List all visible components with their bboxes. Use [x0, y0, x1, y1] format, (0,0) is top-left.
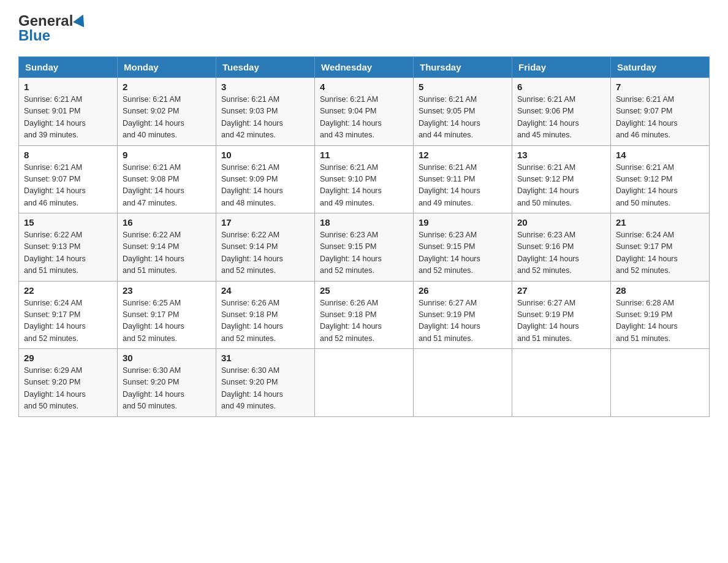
calendar-week-row: 29 Sunrise: 6:29 AMSunset: 9:20 PMDaylig… [19, 349, 710, 417]
calendar-cell: 31 Sunrise: 6:30 AMSunset: 9:20 PMDaylig… [216, 349, 315, 417]
calendar-cell: 21 Sunrise: 6:24 AMSunset: 9:17 PMDaylig… [611, 213, 710, 282]
day-info: Sunrise: 6:24 AMSunset: 9:17 PMDaylight:… [616, 231, 678, 275]
day-info: Sunrise: 6:26 AMSunset: 9:18 PMDaylight:… [320, 299, 382, 343]
calendar-cell: 28 Sunrise: 6:28 AMSunset: 9:19 PMDaylig… [611, 281, 710, 349]
day-info: Sunrise: 6:21 AMSunset: 9:08 PMDaylight:… [123, 163, 184, 207]
day-info: Sunrise: 6:21 AMSunset: 9:12 PMDaylight:… [616, 163, 678, 207]
calendar-cell: 11 Sunrise: 6:21 AMSunset: 9:10 PMDaylig… [315, 145, 414, 213]
day-info: Sunrise: 6:22 AMSunset: 9:14 PMDaylight:… [221, 231, 283, 275]
day-number: 12 [419, 150, 507, 160]
day-info: Sunrise: 6:23 AMSunset: 9:15 PMDaylight:… [419, 231, 480, 275]
calendar-cell: 1 Sunrise: 6:21 AMSunset: 9:01 PMDayligh… [19, 78, 118, 146]
logo-blue-text: Blue [18, 27, 50, 44]
weekday-header-thursday: Thursday [414, 57, 512, 78]
calendar-cell: 10 Sunrise: 6:21 AMSunset: 9:09 PMDaylig… [216, 145, 315, 213]
calendar-cell: 7 Sunrise: 6:21 AMSunset: 9:07 PMDayligh… [611, 78, 710, 146]
calendar-week-row: 22 Sunrise: 6:24 AMSunset: 9:17 PMDaylig… [19, 281, 710, 349]
day-number: 13 [517, 150, 605, 160]
day-number: 29 [24, 353, 112, 363]
weekday-header-saturday: Saturday [611, 57, 710, 78]
calendar-week-row: 15 Sunrise: 6:22 AMSunset: 9:13 PMDaylig… [19, 213, 710, 282]
day-info: Sunrise: 6:24 AMSunset: 9:17 PMDaylight:… [24, 299, 86, 343]
calendar-table: SundayMondayTuesdayWednesdayThursdayFrid… [18, 56, 710, 417]
calendar-cell: 16 Sunrise: 6:22 AMSunset: 9:14 PMDaylig… [118, 213, 216, 282]
calendar-cell: 15 Sunrise: 6:22 AMSunset: 9:13 PMDaylig… [19, 213, 118, 282]
calendar-cell: 9 Sunrise: 6:21 AMSunset: 9:08 PMDayligh… [118, 145, 216, 213]
day-number: 25 [320, 285, 408, 296]
day-info: Sunrise: 6:21 AMSunset: 9:12 PMDaylight:… [517, 163, 579, 207]
day-number: 20 [517, 217, 605, 228]
weekday-header-monday: Monday [118, 57, 216, 78]
day-number: 28 [616, 285, 704, 296]
calendar-cell: 5 Sunrise: 6:21 AMSunset: 9:05 PMDayligh… [414, 78, 512, 146]
day-info: Sunrise: 6:21 AMSunset: 9:07 PMDaylight:… [616, 95, 678, 139]
day-number: 5 [419, 82, 507, 92]
calendar-cell: 30 Sunrise: 6:30 AMSunset: 9:20 PMDaylig… [118, 349, 216, 417]
calendar-cell [315, 349, 414, 417]
day-number: 6 [517, 82, 605, 92]
calendar-cell [414, 349, 512, 417]
day-number: 24 [221, 285, 309, 296]
day-info: Sunrise: 6:26 AMSunset: 9:18 PMDaylight:… [221, 299, 283, 343]
calendar-cell: 6 Sunrise: 6:21 AMSunset: 9:06 PMDayligh… [512, 78, 611, 146]
day-number: 1 [24, 82, 112, 92]
calendar-cell: 18 Sunrise: 6:23 AMSunset: 9:15 PMDaylig… [315, 213, 414, 282]
day-info: Sunrise: 6:21 AMSunset: 9:04 PMDaylight:… [320, 95, 382, 139]
weekday-header-sunday: Sunday [19, 57, 118, 78]
calendar-cell: 23 Sunrise: 6:25 AMSunset: 9:17 PMDaylig… [118, 281, 216, 349]
day-number: 10 [221, 150, 309, 160]
calendar-cell: 14 Sunrise: 6:21 AMSunset: 9:12 PMDaylig… [611, 145, 710, 213]
calendar-cell: 8 Sunrise: 6:21 AMSunset: 9:07 PMDayligh… [19, 145, 118, 213]
calendar-cell: 17 Sunrise: 6:22 AMSunset: 9:14 PMDaylig… [216, 213, 315, 282]
page-header: General Blue [18, 12, 710, 44]
day-info: Sunrise: 6:23 AMSunset: 9:15 PMDaylight:… [320, 231, 382, 275]
day-number: 26 [419, 285, 507, 296]
calendar-cell: 20 Sunrise: 6:23 AMSunset: 9:16 PMDaylig… [512, 213, 611, 282]
calendar-cell: 13 Sunrise: 6:21 AMSunset: 9:12 PMDaylig… [512, 145, 611, 213]
calendar-cell: 12 Sunrise: 6:21 AMSunset: 9:11 PMDaylig… [414, 145, 512, 213]
day-number: 18 [320, 217, 408, 228]
day-info: Sunrise: 6:21 AMSunset: 9:09 PMDaylight:… [221, 163, 283, 207]
weekday-header-wednesday: Wednesday [315, 57, 414, 78]
day-info: Sunrise: 6:28 AMSunset: 9:19 PMDaylight:… [616, 299, 678, 343]
day-number: 4 [320, 82, 408, 92]
day-info: Sunrise: 6:21 AMSunset: 9:01 PMDaylight:… [24, 95, 86, 139]
day-number: 30 [123, 353, 211, 363]
day-info: Sunrise: 6:21 AMSunset: 9:05 PMDaylight:… [419, 95, 480, 139]
day-number: 23 [123, 285, 211, 296]
day-info: Sunrise: 6:22 AMSunset: 9:13 PMDaylight:… [24, 231, 86, 275]
calendar-cell: 27 Sunrise: 6:27 AMSunset: 9:19 PMDaylig… [512, 281, 611, 349]
calendar-cell [611, 349, 710, 417]
day-number: 8 [24, 150, 112, 160]
calendar-header-row: SundayMondayTuesdayWednesdayThursdayFrid… [19, 57, 710, 78]
calendar-cell: 22 Sunrise: 6:24 AMSunset: 9:17 PMDaylig… [19, 281, 118, 349]
calendar-cell: 3 Sunrise: 6:21 AMSunset: 9:03 PMDayligh… [216, 78, 315, 146]
day-number: 7 [616, 82, 704, 92]
calendar-cell: 25 Sunrise: 6:26 AMSunset: 9:18 PMDaylig… [315, 281, 414, 349]
day-number: 27 [517, 285, 605, 296]
day-info: Sunrise: 6:30 AMSunset: 9:20 PMDaylight:… [123, 366, 184, 410]
calendar-cell: 29 Sunrise: 6:29 AMSunset: 9:20 PMDaylig… [19, 349, 118, 417]
day-info: Sunrise: 6:25 AMSunset: 9:17 PMDaylight:… [123, 299, 184, 343]
day-number: 31 [221, 353, 309, 363]
calendar-cell: 24 Sunrise: 6:26 AMSunset: 9:18 PMDaylig… [216, 281, 315, 349]
calendar-cell: 26 Sunrise: 6:27 AMSunset: 9:19 PMDaylig… [414, 281, 512, 349]
day-info: Sunrise: 6:27 AMSunset: 9:19 PMDaylight:… [419, 299, 480, 343]
day-number: 19 [419, 217, 507, 228]
calendar-cell: 19 Sunrise: 6:23 AMSunset: 9:15 PMDaylig… [414, 213, 512, 282]
day-info: Sunrise: 6:21 AMSunset: 9:10 PMDaylight:… [320, 163, 382, 207]
day-number: 16 [123, 217, 211, 228]
day-number: 9 [123, 150, 211, 160]
day-info: Sunrise: 6:21 AMSunset: 9:02 PMDaylight:… [123, 95, 184, 139]
calendar-cell [512, 349, 611, 417]
calendar-cell: 2 Sunrise: 6:21 AMSunset: 9:02 PMDayligh… [118, 78, 216, 146]
day-info: Sunrise: 6:21 AMSunset: 9:03 PMDaylight:… [221, 95, 283, 139]
day-info: Sunrise: 6:22 AMSunset: 9:14 PMDaylight:… [123, 231, 184, 275]
day-number: 2 [123, 82, 211, 92]
calendar-week-row: 8 Sunrise: 6:21 AMSunset: 9:07 PMDayligh… [19, 145, 710, 213]
day-info: Sunrise: 6:21 AMSunset: 9:07 PMDaylight:… [24, 163, 86, 207]
day-number: 11 [320, 150, 408, 160]
day-number: 17 [221, 217, 309, 228]
day-number: 14 [616, 150, 704, 160]
day-info: Sunrise: 6:23 AMSunset: 9:16 PMDaylight:… [517, 231, 579, 275]
